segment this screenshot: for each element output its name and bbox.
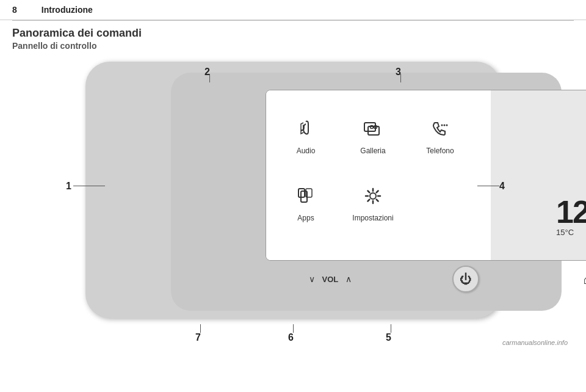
menu-item-telefono[interactable]: Telefono [407,103,474,170]
svg-point-6 [441,124,443,126]
temperature: 15°C [556,228,574,237]
telefono-label: Telefono [426,147,454,155]
home-icon: ⌂ [583,270,586,288]
section-heading: Panoramica dei comandi [12,27,574,40]
phone-icon [429,118,451,143]
svg-point-7 [444,124,446,126]
impostazioni-label: Impostazioni [352,214,393,222]
apps-label: Apps [297,214,314,222]
screen: ♪ Audio [266,90,586,261]
galleria-label: Galleria [360,147,385,155]
callout-2-line [209,74,210,82]
screen-right: TP ψ U ✦ ▦ ◀ 12:39 15°C 03/12/2012 [491,90,586,261]
settings-icon [362,185,384,210]
device-inner: ♪ Audio [171,73,562,311]
menu-grid: ♪ Audio [272,103,486,237]
callout-5: 5 [386,332,391,343]
audio-label: Audio [297,147,316,155]
callout-5-line [391,324,391,333]
bottom-controls: ∨ VOL ∧ ⏻ ⌂ [256,266,586,292]
page-title: Introduzione [42,5,93,15]
vol-control: ∨ VOL ∧ [305,272,356,286]
callout-4-line [477,186,499,186]
home-button[interactable]: ⌂ [576,268,586,290]
menu-item-galleria[interactable]: Galleria [339,103,407,170]
diagram-area: ♪ Audio [12,56,574,349]
apps-icon [295,185,317,210]
callout-3-line [400,74,401,82]
menu-item-impostazioni[interactable]: Impostazioni [339,170,407,237]
callout-6: 6 [288,332,294,343]
callout-1: 1 [66,181,71,192]
vol-down-button[interactable]: ∨ [305,272,319,286]
callout-4: 4 [499,181,505,192]
power-button[interactable]: ⏻ [452,266,479,292]
sub-heading: Pannello di controllo [12,41,574,51]
clock-time: 12:39 [556,196,586,228]
watermark: carmanualsonline.info [502,339,568,346]
power-icon: ⏻ [460,272,472,286]
vol-up-button[interactable]: ∧ [342,272,355,286]
screen-left: ♪ Audio [266,90,492,261]
svg-point-12 [370,193,376,199]
gallery-icon [362,118,384,143]
device-outer: ♪ Audio [85,62,501,318]
callout-7-line [200,324,201,333]
svg-text:♪: ♪ [300,120,306,134]
callout-6-line [293,324,294,333]
clock-display: 12:39 15°C 03/12/2012 [556,196,586,237]
svg-point-8 [446,124,448,126]
callout-7: 7 [195,332,201,343]
vol-label: VOL [322,275,339,284]
menu-item-apps[interactable]: Apps [272,170,339,237]
page-header: 8 Introduzione [0,0,586,20]
header-divider [12,20,574,21]
audio-icon: ♪ [295,118,317,143]
menu-item-audio[interactable]: ♪ Audio [272,103,339,170]
page-number: 8 [12,5,17,15]
callout-1-line [73,186,105,186]
